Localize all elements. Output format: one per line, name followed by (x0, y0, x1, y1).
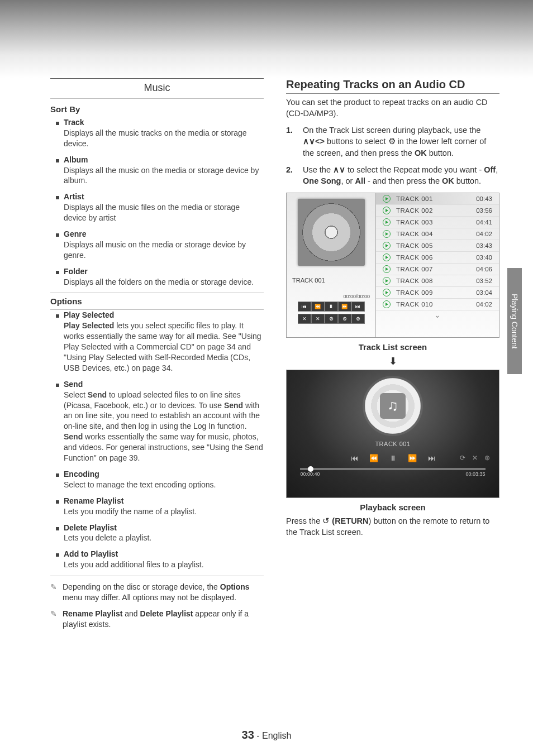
item-title: Delete Playlist (64, 523, 117, 533)
forward-button[interactable]: ⏩ (338, 302, 351, 312)
prev-track-button[interactable]: ⏮ (351, 454, 358, 462)
item-desc: Lets you modify the name of a playlist. (56, 506, 264, 517)
bold-text: Off (484, 165, 496, 174)
table-row[interactable]: TRACK 00603:40 (376, 252, 499, 264)
progress-bar[interactable] (300, 468, 485, 470)
bullet-icon (56, 314, 59, 318)
track-duration: 03:56 (464, 207, 492, 214)
table-row[interactable]: TRACK 00503:43 (376, 240, 499, 252)
rewind-button[interactable]: ⏪ (369, 454, 378, 462)
page-footer: 33 - English (0, 729, 533, 741)
body-text: On the Track List screen during playback… (303, 126, 480, 135)
track-name: TRACK 009 (396, 289, 459, 296)
chevron-down-icon[interactable]: ⌄ (376, 310, 499, 319)
track-duration: 00:43 (464, 195, 492, 202)
nav-arrows-icon: ∧∨<> (303, 137, 325, 146)
next-track-button[interactable]: ⏭ (351, 302, 365, 312)
bold-text: All (355, 176, 365, 185)
bullet-icon (56, 196, 59, 199)
next-track-button[interactable]: ⏭ (428, 454, 435, 462)
bullet-icon (56, 233, 59, 237)
left-column: Music Sort By Track Displays all the mus… (50, 78, 264, 635)
bold-text: Play Selected (64, 321, 114, 330)
repeat-button[interactable]: ✕ (311, 314, 325, 324)
list-item: Artist Displays all the music files on t… (56, 192, 264, 223)
table-row[interactable]: TRACK 00704:06 (376, 264, 499, 275)
page-number: 33 (242, 729, 254, 741)
play-icon (383, 230, 391, 238)
return-icon: ↺ (322, 516, 330, 525)
repeat-icon[interactable]: ⟳ (460, 454, 465, 462)
settings-button[interactable]: ⚙ (338, 314, 351, 324)
ok-label: OK (442, 176, 454, 185)
bullet-icon (56, 122, 59, 125)
table-row[interactable]: TRACK 00100:43 (376, 193, 499, 205)
note-icon: ✎ (50, 582, 57, 603)
step-number: 2. (286, 164, 296, 187)
table-row[interactable]: TRACK 00903:04 (376, 287, 499, 299)
track-duration: 03:04 (464, 289, 492, 296)
list-item: Track Displays all the music tracks on t… (56, 117, 264, 149)
track-list-caption: Track List screen (286, 342, 499, 352)
bullet-icon (56, 553, 59, 557)
item-title: Folder (64, 266, 88, 277)
note-text: Depending on the disc or storage device,… (63, 582, 264, 603)
gear-icon: ⚙ (388, 137, 396, 146)
sort-by-list: Track Displays all the music tracks on t… (50, 117, 264, 287)
body-text: to select the Repeat mode you want - (345, 165, 484, 174)
track-name: TRACK 005 (396, 242, 459, 249)
section-title: Repeating Tracks on an Audio CD (286, 78, 499, 94)
item-desc: Play Selected lets you select specific f… (56, 320, 264, 373)
bullet-icon (56, 159, 59, 162)
add-icon[interactable]: ⊕ (484, 454, 490, 462)
options-label: Options (50, 293, 264, 310)
return-instruction: Press the ↺ (RETURN) button on the remot… (286, 515, 499, 538)
playback-screen: ♫ TRACK 001 ⏮ ⏪ ⏸ ⏩ ⏭ ⟳ ✕ ⊕ 00:00:40 00:… (286, 370, 499, 498)
pause-button[interactable]: ⏸ (389, 454, 397, 462)
list-item: Album Displays all the music on the medi… (56, 155, 264, 186)
right-column: Repeating Tracks on an Audio CD You can … (286, 78, 499, 635)
pause-button[interactable]: ⏸ (325, 302, 338, 312)
track-name: TRACK 006 (396, 254, 459, 261)
equalizer-button[interactable]: ⚙ (325, 314, 338, 324)
item-desc: Select to manage the text encoding optio… (56, 480, 264, 490)
table-row[interactable]: TRACK 00404:02 (376, 228, 499, 240)
list-item: Folder Displays all the folders on the m… (56, 266, 264, 288)
table-row[interactable]: TRACK 00304:41 (376, 217, 499, 228)
list-item: Send Select Send to upload selected file… (56, 379, 264, 463)
item-desc: Displays all the music tracks on the med… (56, 128, 264, 149)
settings-button[interactable]: ⚙ (351, 314, 365, 324)
play-icon (383, 300, 391, 308)
table-row[interactable]: TRACK 00803:52 (376, 275, 499, 287)
track-screen-left-panel: TRACK 001 00:00/00:00 ⏮ ⏪ ⏸ ⏩ ⏭ ✕ ✕ ⚙ ⚙ … (287, 193, 376, 337)
shuffle-button[interactable]: ✕ (298, 314, 311, 324)
bullet-icon (56, 473, 59, 477)
forward-button[interactable]: ⏩ (408, 454, 417, 462)
item-title: Rename Playlist (64, 496, 123, 506)
option-controls-row: ✕ ✕ ⚙ ⚙ ⚙ (298, 314, 365, 324)
table-row[interactable]: TRACK 00203:56 (376, 205, 499, 217)
rewind-button[interactable]: ⏪ (311, 302, 325, 312)
step-item: 2. Use the ∧∨ to select the Repeat mode … (286, 164, 499, 187)
playback-controls: ⏮ ⏪ ⏸ ⏩ ⏭ ⟳ ✕ ⊕ (292, 454, 493, 462)
music-note-icon: ♫ (380, 393, 406, 419)
play-icon (383, 207, 391, 214)
track-duration: 04:06 (464, 266, 492, 272)
prev-track-button[interactable]: ⏮ (298, 302, 311, 312)
item-desc: Displays all the music on the media or s… (56, 165, 264, 186)
list-item: Rename Playlist Lets you modify the name… (56, 496, 264, 517)
item-desc: Displays all the music files on the medi… (56, 202, 264, 223)
table-row[interactable]: TRACK 01004:02 (376, 299, 499, 310)
list-item: Play Selected Play Selected lets you sel… (56, 310, 264, 373)
play-icon (383, 277, 391, 285)
item-desc: Displays all the folders on the media or… (56, 277, 264, 288)
step-body: Use the ∧∨ to select the Repeat mode you… (303, 164, 499, 187)
playback-caption: Playback screen (286, 503, 499, 512)
down-arrow-icon: ⬇ (286, 355, 499, 367)
track-name: TRACK 004 (396, 231, 459, 237)
bold-text: (RETURN (330, 516, 368, 525)
options-list: Play Selected Play Selected lets you sel… (50, 310, 264, 570)
play-icon (383, 289, 391, 296)
body-text: button. (454, 176, 481, 185)
shuffle-icon[interactable]: ✕ (472, 454, 478, 462)
